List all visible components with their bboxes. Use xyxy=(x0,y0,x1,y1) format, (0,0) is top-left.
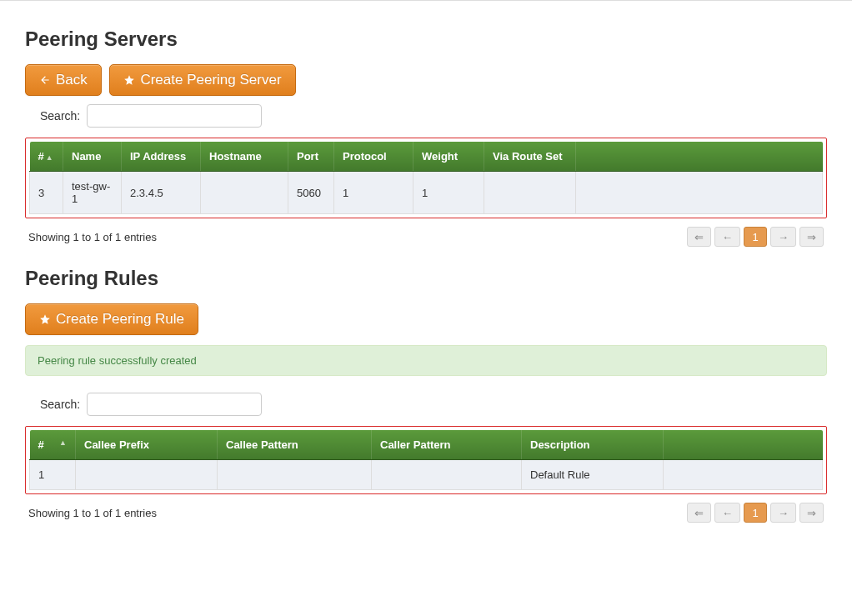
col-actions[interactable] xyxy=(576,142,823,172)
servers-search-input[interactable] xyxy=(87,104,262,128)
cell-callee-pattern xyxy=(218,460,372,490)
table-row[interactable]: 1 Default Rule xyxy=(30,460,823,490)
rules-pagination: ⇐ ← 1 → ⇒ xyxy=(687,503,824,523)
cell-num: 1 xyxy=(30,460,76,490)
cell-actions xyxy=(664,460,823,490)
servers-entries-text: Showing 1 to 1 of 1 entries xyxy=(28,231,157,243)
create-peering-server-button[interactable]: Create Peering Server xyxy=(109,64,295,96)
cell-caller-pattern xyxy=(372,460,522,490)
rules-search-label: Search: xyxy=(40,398,80,411)
servers-search-label: Search: xyxy=(40,109,80,123)
page-1-button[interactable]: 1 xyxy=(744,503,767,523)
col-num[interactable]: #▲ xyxy=(30,142,63,172)
arrow-left-icon xyxy=(39,74,51,86)
star-icon xyxy=(39,313,51,325)
col-callee-prefix[interactable]: Callee Prefix xyxy=(76,430,218,460)
peering-servers-title: Peering Servers xyxy=(25,28,827,51)
page-next-button[interactable]: → xyxy=(770,503,796,523)
col-num[interactable]: # ▲ xyxy=(30,430,76,460)
col-protocol[interactable]: Protocol xyxy=(334,142,413,172)
cell-description: Default Rule xyxy=(522,460,664,490)
col-callee-pattern[interactable]: Callee Pattern xyxy=(218,430,372,460)
peering-servers-table: #▲ Name IP Address Hostname Port Protoco… xyxy=(29,142,823,214)
cell-callee-prefix xyxy=(76,460,218,490)
cell-ip: 2.3.4.5 xyxy=(122,172,201,214)
page-first-button[interactable]: ⇐ xyxy=(687,227,711,247)
peering-rules-title: Peering Rules xyxy=(25,267,827,290)
cell-num: 3 xyxy=(30,172,63,214)
rules-table-wrap: # ▲ Callee Prefix Callee Pattern Caller … xyxy=(25,426,827,494)
col-via[interactable]: Via Route Set xyxy=(484,142,576,172)
cell-protocol: 1 xyxy=(334,172,413,214)
col-num-label: # xyxy=(38,150,44,163)
cell-via xyxy=(484,172,576,214)
cell-port: 5060 xyxy=(288,172,334,214)
create-peering-rule-button[interactable]: Create Peering Rule xyxy=(25,303,198,335)
rules-button-group: Create Peering Rule xyxy=(25,303,827,335)
sort-asc-icon: ▲ xyxy=(46,153,53,162)
col-ip[interactable]: IP Address xyxy=(122,142,201,172)
servers-pagination: ⇐ ← 1 → ⇒ xyxy=(687,227,824,247)
peering-rules-table: # ▲ Callee Prefix Callee Pattern Caller … xyxy=(29,430,823,490)
rules-search-row: Search: xyxy=(40,393,827,416)
cell-name: test-gw-1 xyxy=(63,172,122,214)
page-next-button[interactable]: → xyxy=(770,227,796,247)
page-last-button[interactable]: ⇒ xyxy=(799,227,824,247)
page-first-button[interactable]: ⇐ xyxy=(687,503,711,523)
table-row[interactable]: 3 test-gw-1 2.3.4.5 5060 1 1 xyxy=(30,172,823,214)
servers-search-row: Search: xyxy=(40,104,827,128)
rules-footer: Showing 1 to 1 of 1 entries ⇐ ← 1 → ⇒ xyxy=(28,503,824,523)
col-weight[interactable]: Weight xyxy=(413,142,484,172)
create-peering-rule-label: Create Peering Rule xyxy=(56,311,184,328)
success-alert: Peering rule successfully created xyxy=(25,345,827,376)
sort-asc-icon: ▲ xyxy=(59,438,67,447)
rules-entries-text: Showing 1 to 1 of 1 entries xyxy=(28,507,157,519)
back-button-label: Back xyxy=(56,72,88,88)
star-icon xyxy=(123,74,135,86)
col-actions[interactable] xyxy=(664,430,823,460)
cell-actions xyxy=(576,172,823,214)
col-description[interactable]: Description xyxy=(522,430,664,460)
page-1-button[interactable]: 1 xyxy=(744,227,767,247)
page-prev-button[interactable]: ← xyxy=(714,503,740,523)
back-button[interactable]: Back xyxy=(25,64,102,96)
col-name[interactable]: Name xyxy=(63,142,122,172)
create-peering-server-label: Create Peering Server xyxy=(140,72,281,88)
col-caller-pattern[interactable]: Caller Pattern xyxy=(372,430,522,460)
col-num-label: # xyxy=(38,438,44,451)
col-hostname[interactable]: Hostname xyxy=(201,142,288,172)
page-prev-button[interactable]: ← xyxy=(714,227,740,247)
cell-hostname xyxy=(201,172,288,214)
cell-weight: 1 xyxy=(413,172,484,214)
col-port[interactable]: Port xyxy=(288,142,334,172)
rules-search-input[interactable] xyxy=(87,393,262,416)
page-last-button[interactable]: ⇒ xyxy=(799,503,824,523)
servers-table-wrap: #▲ Name IP Address Hostname Port Protoco… xyxy=(25,138,827,218)
servers-footer: Showing 1 to 1 of 1 entries ⇐ ← 1 → ⇒ xyxy=(28,227,824,247)
servers-button-group: Back Create Peering Server xyxy=(25,64,827,96)
